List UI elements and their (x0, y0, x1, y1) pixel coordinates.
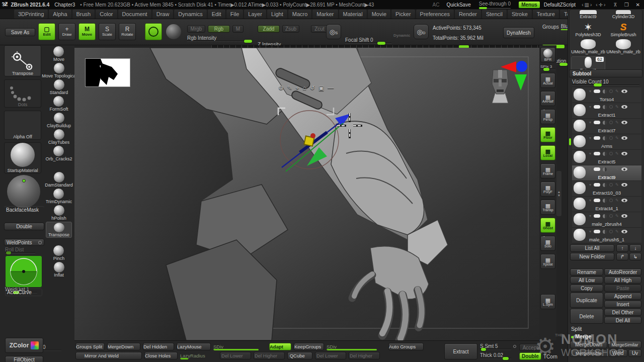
brush-item[interactable]: hPolish (51, 205, 66, 221)
brush-icon[interactable]: ✎ (615, 198, 619, 203)
brush-icon[interactable]: ✎ (615, 151, 619, 156)
weld-points-button[interactable]: WeldPoints (4, 239, 44, 246)
view-toggle-button[interactable]: ▦ AAHalf (540, 91, 555, 106)
tcorn-label[interactable]: TCorn (543, 354, 557, 359)
menu-item[interactable]: 3DPrinting (14, 10, 48, 19)
polypaint-pill-icon[interactable] (594, 167, 600, 171)
menu-item[interactable]: Material (339, 10, 367, 19)
zadd-button[interactable]: Zadd (258, 25, 280, 33)
expand-arrow-icon[interactable]: ▾ (589, 136, 591, 140)
stroke-type-tile[interactable]: Dots (4, 79, 41, 108)
brush-item[interactable]: Orb_Cracks2 (45, 146, 72, 162)
visibility-eye-icon[interactable] (621, 214, 627, 218)
expand-arrow-icon[interactable]: ▾ (589, 105, 591, 109)
brush-item[interactable]: DamStandard (45, 172, 73, 188)
menu-item[interactable]: Brush (72, 10, 95, 19)
bottom-button[interactable]: Del Higher (254, 352, 285, 359)
bottom-button[interactable]: Auto Groups (388, 343, 424, 350)
color-picker-sphere[interactable] (7, 175, 40, 208)
quicksave-button[interactable]: QuickSave (446, 2, 470, 8)
subtool-header[interactable]: Subtool (569, 69, 642, 77)
zcolor-button[interactable]: ZColor (5, 338, 43, 353)
brush-item[interactable]: FormSoft (49, 96, 68, 112)
menus-toggle[interactable]: Menus (519, 2, 540, 8)
gizmo-unlink-icon[interactable]: — (328, 84, 334, 92)
polypaint-pill-icon[interactable] (594, 214, 600, 218)
halftone-icon[interactable] (603, 136, 607, 140)
menu-item[interactable]: Alpha (49, 10, 71, 19)
brush-icon[interactable]: ✎ (615, 167, 619, 171)
polypaint-pill-icon[interactable] (594, 89, 600, 93)
menu-item[interactable]: Preferences (416, 10, 454, 19)
mrgb-button[interactable]: Mrgb (187, 25, 205, 33)
brush-icon[interactable]: ✎ (615, 105, 619, 109)
accu-curve-tile[interactable] (5, 255, 42, 288)
extract-button[interactable]: Extract (444, 343, 477, 359)
merge-down-button[interactable]: MergeDown (570, 341, 607, 348)
m-button[interactable]: M (232, 25, 244, 33)
polypaint-pill-icon[interactable] (594, 183, 600, 187)
material-tile[interactable]: StartupMaterial (4, 142, 41, 173)
bottom-button[interactable]: Close Holes (144, 352, 178, 359)
bottom-button[interactable]: SDiv (327, 343, 386, 350)
ring-icon[interactable] (609, 183, 613, 187)
alpha-slot-icon[interactable]: ◎D (414, 24, 429, 39)
visibility-eye-icon[interactable] (621, 230, 627, 233)
tool-cluster-icons[interactable]: ‹✛› (596, 2, 606, 8)
menu-item[interactable]: Texture (533, 10, 559, 19)
paste-button[interactable]: Paste (604, 285, 641, 292)
menu-item[interactable]: Light (267, 10, 287, 19)
brush-icon[interactable]: ✎ (615, 136, 619, 140)
halftone-icon[interactable] (603, 199, 607, 203)
gizmo-pin-icon[interactable]: ⌖ (296, 84, 299, 92)
brush-icon[interactable]: ✎ (615, 120, 619, 125)
insert-button[interactable]: Insert (604, 301, 641, 308)
halftone-icon[interactable] (603, 167, 607, 171)
stroke-icon[interactable]: ◎S (326, 24, 341, 39)
brush-item[interactable]: ClayTubes (48, 129, 70, 145)
backface-mask-button[interactable]: BackfaceMask (4, 206, 44, 213)
timeline-icons[interactable]: ‹▥› (582, 2, 593, 8)
brush-icon[interactable]: ✎ (615, 183, 619, 187)
transpose-tool-tile[interactable]: Transpose (4, 45, 41, 76)
subtool-item[interactable]: ▾ ✎ Extract5 (572, 150, 641, 165)
menu-item[interactable]: Picker (391, 10, 415, 19)
gizmo-lock-icon[interactable]: ▣ (318, 84, 324, 92)
halftone-icon[interactable] (603, 214, 607, 218)
ring-icon[interactable] (609, 105, 613, 109)
list-all-button[interactable]: List All (570, 244, 614, 252)
default-zscript-button[interactable]: DefaultZScript (544, 2, 576, 8)
zcut-button[interactable]: Zcut (311, 25, 328, 33)
brush-item[interactable]: Move (53, 46, 64, 62)
mode-button[interactable]: + Draw (58, 23, 75, 40)
bpr-button[interactable]: BPR (540, 47, 555, 62)
menu-item[interactable]: Edit (208, 10, 225, 19)
tool-slot[interactable]: S SimpleBrush (606, 22, 640, 37)
ring-icon[interactable] (609, 152, 613, 155)
color-picker-dot[interactable] (22, 179, 26, 183)
subtool-item[interactable]: ▾ ✎ Torso4 (572, 87, 641, 103)
close-button[interactable]: ✕ (636, 2, 640, 8)
ring-icon[interactable] (609, 121, 613, 124)
del-all-button[interactable]: Del All (604, 317, 641, 324)
view-toggle-button[interactable]: ▦ Xpose (540, 254, 555, 269)
bottom-button[interactable]: Adapt (269, 343, 291, 350)
visibility-eye-icon[interactable] (621, 105, 627, 109)
alpha-tile[interactable]: Alpha Off (4, 111, 41, 140)
restore-button[interactable]: ❐ (624, 2, 629, 8)
gizmo-red-dot[interactable] (310, 133, 315, 138)
move-into-folder-button[interactable]: ↳ (629, 253, 641, 260)
expand-arrow-icon[interactable]: ▾ (589, 214, 591, 218)
polypaint-pill-icon[interactable] (594, 152, 600, 155)
polypaint-pill-icon[interactable] (594, 105, 600, 109)
polypaint-pill-icon[interactable] (594, 230, 600, 233)
bottom-button[interactable]: Del Lower (220, 352, 251, 359)
visibility-eye-icon[interactable] (621, 183, 627, 187)
ring-icon[interactable] (609, 89, 613, 93)
gizmo-customize-icon[interactable]: ✎ (287, 84, 292, 92)
subtool-item[interactable]: ▾ ✎ Extract9 (572, 165, 641, 181)
visibility-eye-icon[interactable] (621, 199, 627, 202)
new-folder-button[interactable]: New Folder (570, 253, 614, 260)
view-toggle-button[interactable]: ▦ Local (540, 145, 555, 160)
mode-button[interactable]: ▢ Edit (38, 23, 55, 40)
